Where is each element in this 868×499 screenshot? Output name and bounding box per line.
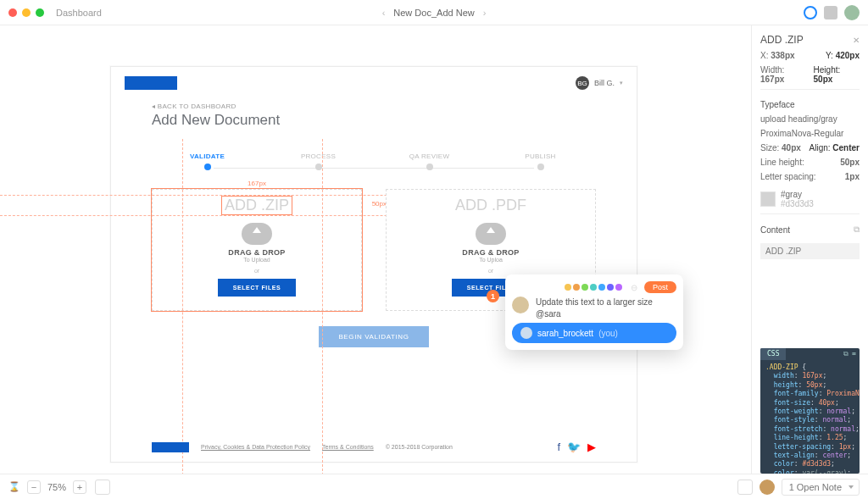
zoom-out-button[interactable]: − xyxy=(27,480,41,494)
settings-icon[interactable]: ≡ xyxy=(852,350,856,358)
stepper: VALIDATE PROCESS QA REVIEW PUBLISH xyxy=(152,152,596,170)
notes-dropdown[interactable]: 1 Open Note xyxy=(782,479,860,496)
comment-popover: ⊖ Post Update this text to a larger size… xyxy=(505,274,683,350)
content-label: Content xyxy=(760,225,790,235)
chevron-down-icon: ▾ xyxy=(620,80,623,86)
titlebar: Dashboard ‹ New Doc_Add New › xyxy=(0,0,868,25)
css-tab[interactable]: CSS xyxy=(760,348,786,360)
color-swatch[interactable]: #gray#d3d3d3 xyxy=(760,190,860,208)
footer-link-privacy[interactable]: Privacy, Cookies & Data Protection Polic… xyxy=(201,444,310,450)
notifications-icon[interactable] xyxy=(824,6,837,19)
css-code[interactable]: .ADD-ZIP { width: 167px; height: 50px; f… xyxy=(765,363,854,474)
dimension-width: 167px xyxy=(248,180,266,187)
page-heading: Add New Document xyxy=(111,110,637,139)
commenter-avatar xyxy=(512,297,529,313)
zoom-level[interactable]: 75% xyxy=(47,482,66,492)
upload-pdf-title: ADD .PDF xyxy=(455,197,526,213)
post-button[interactable]: Post xyxy=(644,281,676,293)
color-picker[interactable] xyxy=(565,283,624,292)
comment-badge[interactable]: 1 xyxy=(487,290,499,302)
activity-icon[interactable] xyxy=(804,6,817,19)
css-panel[interactable]: CSS ⧉≡ .ADD-ZIP { width: 167px; height: … xyxy=(760,348,860,474)
youtube-icon[interactable]: ▶ xyxy=(587,441,596,453)
mention-suggestion[interactable]: sarah_brockett(you) xyxy=(512,323,676,343)
select-files-button[interactable]: SELECT FILES xyxy=(218,279,297,297)
footer-link-terms[interactable]: Terms & Conditions xyxy=(322,444,374,450)
user-menu[interactable]: BG Bill G. ▾ xyxy=(576,76,623,90)
cloud-upload-icon xyxy=(242,223,272,245)
step-qa[interactable]: QA REVIEW xyxy=(374,152,485,170)
copy-icon[interactable]: ⧉ xyxy=(854,225,860,235)
breadcrumb[interactable]: Dashboard xyxy=(56,8,102,18)
artboard-footer: Privacy, Cookies & Data Protection Polic… xyxy=(152,441,596,453)
dimension-height: 50px xyxy=(372,200,387,208)
back-link[interactable]: ◂ BACK TO DASHBOARD xyxy=(111,99,637,110)
zoom-in-button[interactable]: + xyxy=(73,480,86,494)
export-icon[interactable] xyxy=(737,480,753,495)
chevron-right-icon[interactable]: › xyxy=(483,8,487,18)
comment-input[interactable]: Update this text to a larger size @sara xyxy=(536,297,676,319)
chevron-left-icon[interactable]: ‹ xyxy=(382,8,386,18)
window-controls[interactable] xyxy=(8,8,44,17)
user-name: Bill G. xyxy=(594,79,615,87)
content-value[interactable]: ADD .ZIP xyxy=(760,243,860,259)
drag-drop-label: DRAG & DROP xyxy=(387,248,595,257)
step-process[interactable]: PROCESS xyxy=(263,152,374,170)
artboard: BG Bill G. ▾ ◂ BACK TO DASHBOARD Add New… xyxy=(110,66,637,463)
bottom-bar: ⌛ − 75% + 1 Open Note xyxy=(0,474,868,499)
mention-name: sarah_brockett xyxy=(537,329,593,338)
dismiss-icon[interactable]: ⊖ xyxy=(631,283,637,292)
inspector-title: ADD .ZIP xyxy=(760,34,804,46)
user-avatar: BG xyxy=(576,76,589,90)
logo xyxy=(125,76,177,90)
typeface-label: Typeface xyxy=(760,100,860,109)
or-label: or xyxy=(387,268,595,274)
hourglass-icon: ⌛ xyxy=(8,481,20,492)
mention-avatar xyxy=(520,327,532,339)
inspector-panel: ADD .ZIP ✕ X: 338pxY: 420px Width: 167px… xyxy=(751,25,868,474)
or-label: or xyxy=(153,268,361,274)
twitter-icon[interactable]: 🐦 xyxy=(567,441,581,453)
minimize-icon[interactable] xyxy=(22,8,31,17)
copy-icon[interactable]: ⧉ xyxy=(843,350,849,358)
fullscreen-icon[interactable] xyxy=(36,8,44,17)
drag-drop-sub: To Upload xyxy=(153,257,361,263)
guide-line xyxy=(322,139,323,480)
page-title: New Doc_Add New xyxy=(393,8,474,18)
facebook-icon[interactable]: f xyxy=(557,441,560,453)
drag-drop-label: DRAG & DROP xyxy=(153,248,361,257)
footer-copyright: © 2015-2018 Corporation xyxy=(386,444,453,450)
upload-zip-card[interactable]: 167px 50px ADD .ZIP DRAG & DROP To Uploa… xyxy=(152,189,362,311)
close-icon[interactable] xyxy=(8,8,17,17)
step-publish[interactable]: PUBLISH xyxy=(485,152,596,170)
guide-line xyxy=(182,139,183,480)
upload-zip-title[interactable]: ADD .ZIP xyxy=(222,197,292,214)
footer-logo xyxy=(152,442,189,452)
font-name: ProximaNova-Regular xyxy=(760,129,860,138)
step-validate[interactable]: VALIDATE xyxy=(152,152,263,170)
avatar[interactable] xyxy=(844,5,860,20)
begin-validating-button[interactable]: BEGIN VALIDATING xyxy=(319,326,429,347)
mention-you: (you) xyxy=(598,329,618,338)
style-name: upload heading/gray xyxy=(760,114,860,124)
clipboard-icon[interactable] xyxy=(95,480,110,495)
cloud-upload-icon xyxy=(476,223,506,245)
canvas[interactable]: BG Bill G. ▾ ◂ BACK TO DASHBOARD Add New… xyxy=(0,25,751,474)
drag-drop-sub: To Uploa xyxy=(387,257,595,263)
presence-avatar[interactable] xyxy=(760,480,775,495)
close-icon[interactable]: ✕ xyxy=(853,36,860,45)
